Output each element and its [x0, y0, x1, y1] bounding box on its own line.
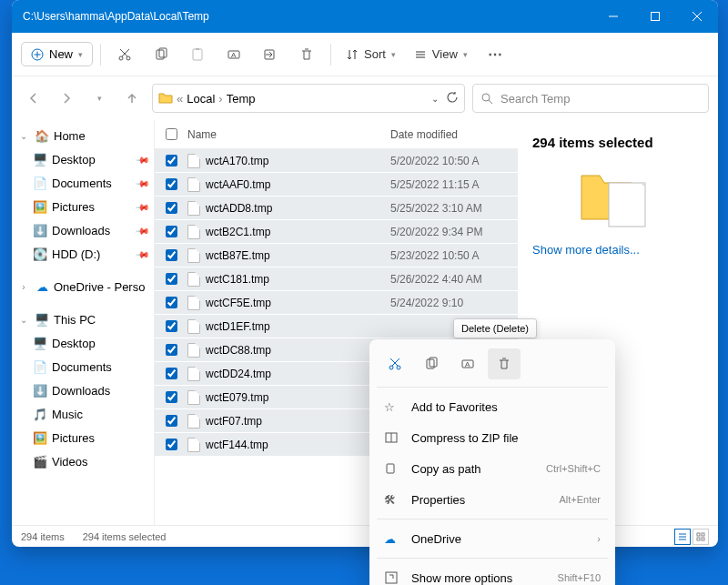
file-row[interactable]: wctCF5E.tmp 5/24/2022 9:10	[155, 291, 518, 315]
cloud-icon: ☁	[34, 280, 50, 294]
close-button[interactable]	[676, 0, 718, 33]
sidebar-pc-item[interactable]: 🖥️ Desktop	[12, 331, 154, 355]
ctx-more-options[interactable]: Show more optionsShift+F10	[375, 562, 610, 585]
pin-icon: 📌	[136, 247, 150, 261]
maximize-button[interactable]	[634, 0, 676, 33]
svg-rect-27	[697, 533, 700, 536]
svg-text:A: A	[231, 51, 237, 59]
ctx-cut-button[interactable]	[379, 348, 411, 379]
svg-text:A: A	[465, 360, 470, 368]
sidebar-home[interactable]: ⌄🏠Home	[12, 124, 154, 147]
sidebar-quick-item[interactable]: ⬇️ Downloads 📌	[12, 218, 154, 242]
sidebar-quick-item[interactable]: 📄 Documents 📌	[12, 171, 154, 195]
row-checkbox[interactable]	[166, 439, 177, 450]
svg-rect-14	[196, 48, 199, 50]
row-checkbox[interactable]	[166, 415, 177, 427]
ctx-rename-button[interactable]: A	[451, 348, 484, 379]
row-checkbox[interactable]	[166, 249, 177, 261]
sort-icon	[346, 48, 359, 61]
file-icon	[187, 390, 200, 405]
up-button[interactable]	[119, 86, 145, 111]
row-checkbox[interactable]	[166, 178, 177, 190]
clipboard-icon	[190, 47, 205, 62]
breadcrumb-temp[interactable]: Temp	[227, 92, 256, 106]
ctx-copy-button[interactable]	[415, 348, 448, 379]
zip-icon	[384, 430, 400, 445]
view-thumbnails-button[interactable]	[693, 529, 709, 545]
file-row[interactable]: wctAAF0.tmp 5/25/2022 11:15 A	[155, 173, 518, 197]
paste-button[interactable]	[181, 38, 214, 71]
new-button[interactable]: New ▾	[21, 42, 93, 66]
view-icon	[414, 48, 427, 61]
sidebar-quick-item[interactable]: 💽 HDD (D:) 📌	[12, 242, 154, 266]
ctx-compress-zip[interactable]: Compress to ZIP file	[375, 422, 610, 453]
file-row[interactable]: wctC181.tmp 5/26/2022 4:40 AM	[155, 267, 518, 291]
folder-icon: 💽	[32, 247, 48, 261]
search-box[interactable]: Search Temp	[472, 84, 709, 113]
cut-button[interactable]	[108, 38, 141, 71]
pin-icon: 📌	[136, 152, 150, 166]
plus-icon	[31, 48, 44, 61]
share-button[interactable]	[254, 38, 287, 71]
ctx-copy-path[interactable]: Copy as pathCtrl+Shift+C	[375, 453, 610, 484]
folder-icon: 🎬	[32, 455, 48, 469]
svg-rect-41	[387, 464, 394, 473]
ctx-onedrive[interactable]: ☁OneDrive›	[375, 523, 610, 554]
path-icon	[384, 461, 400, 476]
breadcrumb-local[interactable]: Local	[187, 92, 215, 106]
folder-icon: 🖼️	[32, 200, 48, 214]
row-checkbox[interactable]	[166, 226, 177, 237]
back-button[interactable]	[21, 86, 46, 111]
ctx-delete-button[interactable]	[488, 348, 521, 379]
sidebar-quick-item[interactable]: 🖼️ Pictures 📌	[12, 195, 154, 218]
minimize-button[interactable]	[592, 0, 634, 33]
svg-line-10	[120, 49, 127, 56]
sidebar-onedrive[interactable]: ›☁OneDrive - Perso	[12, 275, 154, 298]
row-checkbox[interactable]	[166, 391, 177, 403]
sidebar-pc-item[interactable]: ⬇️ Downloads	[12, 378, 154, 402]
sidebar-pc-item[interactable]: 🎬 Videos	[12, 449, 154, 473]
more-button[interactable]: ⋯	[479, 38, 511, 71]
folder-icon	[158, 92, 173, 105]
row-checkbox[interactable]	[166, 273, 177, 285]
row-checkbox[interactable]	[166, 320, 177, 332]
row-checkbox[interactable]	[166, 155, 177, 166]
copy-button[interactable]	[145, 38, 177, 71]
share-icon	[263, 47, 278, 62]
column-date[interactable]: Date modified	[390, 128, 518, 141]
sidebar-quick-item[interactable]: 🖥️ Desktop 📌	[12, 147, 154, 171]
address-bar[interactable]: « Local › Temp ⌄	[152, 84, 465, 113]
sidebar-pc-item[interactable]: 🖼️ Pictures	[12, 426, 154, 449]
history-chevron[interactable]: ⌄	[431, 94, 439, 104]
sort-button[interactable]: Sort ▾	[339, 43, 403, 66]
select-all-checkbox[interactable]	[166, 128, 177, 140]
ctx-properties[interactable]: 🛠PropertiesAlt+Enter	[375, 484, 610, 515]
row-checkbox[interactable]	[166, 297, 177, 308]
file-icon	[187, 414, 200, 429]
file-row[interactable]: wctB2C1.tmp 5/20/2022 9:34 PM	[155, 220, 518, 244]
view-button[interactable]: View ▾	[407, 43, 475, 66]
svg-point-21	[482, 94, 490, 101]
svg-rect-28	[702, 533, 704, 536]
column-name[interactable]: Name	[187, 128, 390, 141]
row-checkbox[interactable]	[166, 344, 177, 356]
file-row[interactable]: wctADD8.tmp 5/25/2022 3:10 AM	[155, 197, 518, 220]
sidebar-pc-item[interactable]: 📄 Documents	[12, 355, 154, 378]
file-row[interactable]: wctA170.tmp 5/20/2022 10:50 A	[155, 149, 518, 173]
delete-button[interactable]	[290, 38, 323, 71]
ctx-add-favorites[interactable]: ☆Add to Favorites	[375, 391, 610, 422]
view-details-button[interactable]	[674, 529, 691, 545]
refresh-button[interactable]	[446, 91, 459, 106]
file-icon	[187, 248, 200, 263]
recent-button[interactable]: ▾	[86, 86, 112, 111]
forward-button[interactable]	[54, 86, 79, 111]
svg-line-9	[122, 49, 129, 56]
row-checkbox[interactable]	[166, 202, 177, 214]
sidebar-pc-item[interactable]: 🎵 Music	[12, 402, 154, 426]
file-icon	[187, 225, 200, 239]
sidebar-this-pc[interactable]: ⌄🖥️This PC	[12, 308, 154, 331]
rename-button[interactable]: A	[217, 38, 250, 71]
row-checkbox[interactable]	[166, 368, 177, 379]
file-row[interactable]: wctB87E.tmp 5/23/2022 10:50 A	[155, 244, 518, 267]
show-more-details-link[interactable]: Show more details...	[532, 243, 703, 257]
